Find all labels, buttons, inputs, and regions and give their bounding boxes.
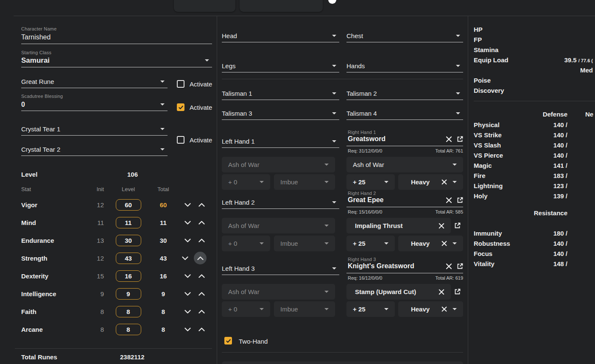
clear-ash-button[interactable]	[438, 289, 445, 295]
chevron-down-icon	[324, 164, 329, 166]
stat-increase-button[interactable]	[196, 235, 207, 245]
talisman-3-value: Talisman 3	[222, 110, 252, 117]
talisman-4-select[interactable]: Talisman 4	[346, 108, 463, 120]
right-hand-2-ash-select[interactable]: Impaling Thrust	[346, 218, 451, 233]
head-select[interactable]: Head	[222, 31, 339, 42]
right-hand-2-affinity-select[interactable]: Heavy	[398, 236, 463, 251]
toolbar-button-left[interactable]	[174, 0, 235, 12]
scadutree-activate-checkbox[interactable]	[177, 103, 184, 111]
crystal-tear-1-select[interactable]: Crystal Tear 1	[21, 125, 168, 136]
left-hand-1-select[interactable]: Left Hand 1	[222, 136, 339, 148]
great-rune-select[interactable]: Great Rune	[21, 77, 168, 88]
upgrade-value: + 25	[353, 178, 366, 186]
talisman-2-select[interactable]: Talisman 2	[346, 89, 463, 100]
left-hand-2-ash-select[interactable]: Ash of War	[222, 218, 335, 233]
legs-select[interactable]: Legs	[222, 61, 339, 72]
character-name-input[interactable]: Tarnished	[21, 33, 50, 41]
stat-increase-button[interactable]	[196, 271, 207, 281]
defense-label: VS Strike	[474, 131, 502, 139]
open-weapon-button[interactable]	[457, 136, 463, 142]
great-rune-activate-checkbox[interactable]	[177, 80, 184, 88]
great-rune-value: Great Rune	[21, 78, 54, 85]
talisman-3-select[interactable]: Talisman 3	[222, 108, 339, 120]
clear-weapon-button[interactable]	[445, 197, 453, 204]
stat-decrease-button[interactable]	[182, 289, 193, 299]
right-hand-2-weapon[interactable]: Great Epee	[348, 196, 463, 204]
external-link-icon	[457, 197, 463, 203]
left-hand-2-select[interactable]: Left Hand 2	[222, 197, 339, 209]
stat-decrease-button[interactable]	[182, 271, 193, 281]
stat-level-input[interactable]: 11	[116, 217, 141, 228]
left-hand-1-ash-select[interactable]: Ash of War	[222, 157, 335, 172]
stat-decrease-button[interactable]	[182, 217, 193, 228]
right-hand-2-upgrade-select[interactable]: + 25	[346, 236, 395, 251]
stat-level-input[interactable]: 43	[116, 253, 141, 264]
stat-total: 11	[153, 219, 174, 226]
left-hand-1-upgrade-select[interactable]: + 0	[222, 174, 270, 190]
chevron-down-icon	[332, 140, 336, 142]
right-hand-3-weapon[interactable]: Knight's Greatsword	[348, 262, 463, 270]
stat-increase-button-hovered[interactable]	[194, 252, 207, 264]
right-hand-3-upgrade-select[interactable]: + 25	[346, 301, 395, 317]
left-hand-2-upgrade-select[interactable]: + 0	[222, 236, 270, 251]
crystal-tear-activate-checkbox[interactable]	[177, 136, 184, 144]
stat-level-input[interactable]: 8	[116, 324, 141, 335]
open-ash-button[interactable]	[454, 289, 461, 295]
stat-decrease-button[interactable]	[180, 253, 190, 263]
chevron-down-icon	[324, 242, 329, 245]
chest-select[interactable]: Chest	[346, 31, 463, 42]
right-hand-1-ash-select[interactable]: Ash of War	[346, 157, 463, 172]
crystal-tear-2-select[interactable]: Crystal Tear 2	[21, 145, 168, 156]
chevron-up-icon	[198, 310, 205, 314]
right-hand-3-affinity-select[interactable]: Heavy	[398, 301, 463, 317]
stat-level-input[interactable]: 30	[116, 235, 141, 246]
stat-level-input[interactable]: 60	[116, 199, 141, 211]
defense-value: 139 /	[553, 192, 567, 200]
stat-decrease-button[interactable]	[182, 324, 193, 334]
stat-increase-button[interactable]	[196, 200, 207, 210]
clear-ash-button[interactable]	[438, 222, 445, 229]
left-hand-1-imbue-select[interactable]: Imbue	[274, 174, 335, 190]
talisman-1-select[interactable]: Talisman 1	[222, 89, 339, 100]
stat-decrease-button[interactable]	[182, 200, 193, 210]
clear-affinity-button[interactable]	[441, 179, 447, 185]
great-rune-activate-label: Activate	[190, 81, 212, 88]
imbue-value: Imbue	[280, 178, 298, 186]
clear-weapon-button[interactable]	[445, 263, 453, 270]
column-divider-right	[468, 16, 468, 364]
scadutree-blessing-select[interactable]: 0	[21, 100, 168, 111]
stat-level-input[interactable]: 9	[116, 288, 141, 300]
toolbar-button-right[interactable]	[240, 0, 323, 12]
stat-increase-button[interactable]	[196, 289, 207, 299]
open-ash-button[interactable]	[454, 222, 461, 229]
left-hand-3-upgrade-select[interactable]: + 0	[222, 301, 270, 317]
right-hand-1-weapon[interactable]: Greatsword	[348, 135, 463, 143]
two-hand-checkbox[interactable]	[224, 337, 232, 345]
hands-select[interactable]: Hands	[346, 61, 463, 72]
open-weapon-button[interactable]	[457, 263, 463, 270]
left-hand-3-ash-select[interactable]: Ash of War	[222, 284, 335, 300]
level-value: 106	[127, 171, 138, 178]
help-icon[interactable]	[328, 0, 336, 4]
right-hand-3-ash-select[interactable]: Stamp (Upward Cut)	[346, 284, 451, 300]
stat-increase-button[interactable]	[196, 306, 207, 317]
left-hand-3-select[interactable]: Left Hand 3	[222, 264, 339, 275]
stat-increase-button[interactable]	[196, 324, 207, 334]
starting-class-select[interactable]: Samurai	[21, 56, 212, 67]
chevron-down-icon	[182, 256, 188, 260]
stat-level-input[interactable]: 16	[116, 270, 141, 282]
clear-weapon-button[interactable]	[445, 136, 453, 143]
left-hand-3-imbue-select[interactable]: Imbue	[274, 301, 335, 317]
stat-decrease-button[interactable]	[182, 306, 193, 317]
clear-affinity-button[interactable]	[441, 306, 447, 312]
clear-affinity-button[interactable]	[441, 240, 447, 247]
stat-increase-button[interactable]	[196, 217, 207, 228]
chevron-down-icon	[160, 148, 165, 150]
right-hand-1-affinity-select[interactable]: Heavy	[398, 174, 463, 190]
stat-decrease-button[interactable]	[182, 235, 193, 245]
open-weapon-button[interactable]	[457, 197, 463, 203]
right-hand-1-upgrade-select[interactable]: + 25	[346, 174, 395, 190]
stat-level-input[interactable]: 8	[116, 306, 141, 317]
left-hand-3-value: Left Hand 3	[222, 265, 255, 272]
left-hand-2-imbue-select[interactable]: Imbue	[274, 236, 335, 251]
